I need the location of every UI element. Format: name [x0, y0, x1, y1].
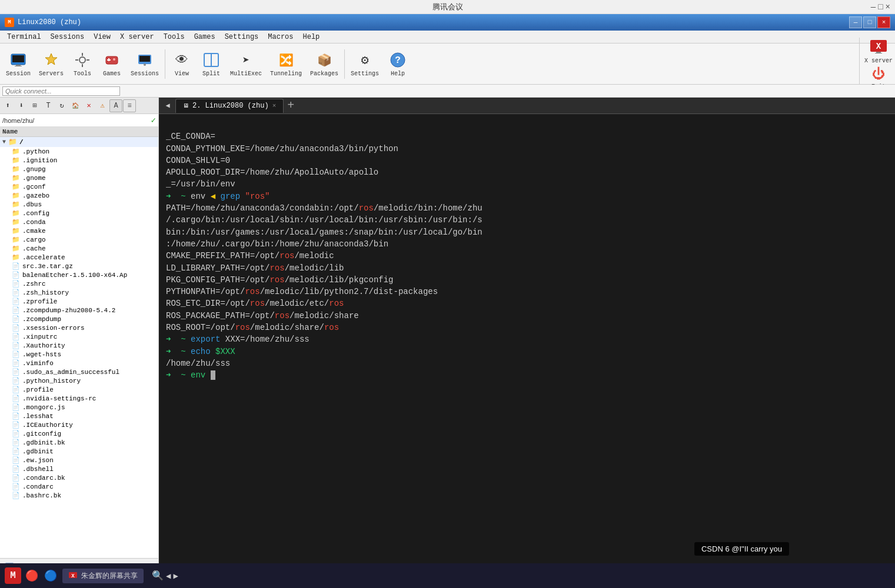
tree-item[interactable]: 📄.Xauthority	[0, 341, 158, 350]
tool-servers[interactable]: Servers	[35, 49, 67, 79]
sidebar-btn-6[interactable]: 🏠	[69, 99, 82, 112]
tool-settings[interactable]: ⚙ Settings	[347, 49, 382, 79]
tab-close-icon[interactable]: ×	[272, 102, 277, 109]
tool-split[interactable]: Split	[197, 49, 225, 79]
menu-view[interactable]: View	[89, 32, 115, 42]
tree-item[interactable]: 📄.xsession-errors	[0, 323, 158, 332]
sidebar-btn-8[interactable]: ⚠	[96, 99, 109, 112]
minimize-btn[interactable]: —	[871, 2, 876, 12]
tree-item[interactable]: 📄.zcompdump	[0, 315, 158, 323]
sidebar-btn-4[interactable]: T	[42, 99, 55, 112]
sidebar-btn-7[interactable]: ✕	[82, 99, 95, 112]
menu-help[interactable]: Help	[298, 32, 325, 42]
path-input[interactable]	[2, 117, 151, 124]
taskbar-title-item[interactable]: X 朱金辉的屏幕共享	[62, 569, 144, 583]
tree-item[interactable]: 📁.conda	[0, 218, 158, 226]
tree-item[interactable]: 📄.gdbinit.bk	[0, 438, 158, 447]
tree-item[interactable]: 📄.wget-hsts	[0, 350, 158, 359]
menu-sessions[interactable]: Sessions	[46, 32, 89, 42]
file-tree: ▼ 📁 / 📁.python📁.ignition📁.gnupg📁.gnome📁.…	[0, 137, 158, 558]
restore-icon[interactable]: □	[863, 16, 876, 28]
tree-item[interactable]: 📁.gnome	[0, 173, 158, 182]
tree-item[interactable]: 📁.ignition	[0, 156, 158, 165]
close-icon[interactable]: ×	[877, 16, 890, 28]
quick-connect-input[interactable]	[2, 86, 120, 96]
tab-prev-btn[interactable]: ◀	[161, 100, 174, 112]
file-item-name: .condarc.bk	[22, 475, 65, 482]
tree-item[interactable]: 📁.config	[0, 209, 158, 218]
tree-item[interactable]: 📄.zsh_history	[0, 288, 158, 297]
tool-sessions2[interactable]: Sessions	[127, 49, 162, 79]
sidebar-btn-5[interactable]: ↻	[55, 99, 68, 112]
tool-multiexec[interactable]: ➤ MultiExec	[227, 49, 265, 79]
tree-item[interactable]: 📄.zcompdump-zhu2080-5.4.2	[0, 306, 158, 315]
taskbar-icon-2[interactable]: 🔴	[24, 567, 40, 584]
tree-item[interactable]: 📁.cargo	[0, 235, 158, 244]
tree-item[interactable]: 📁.cmake	[0, 226, 158, 235]
terminal[interactable]: _CE_CONDA= CONDA_PYTHON_EXE=/home/zhu/an…	[159, 114, 895, 563]
tree-item[interactable]: 📄src.3e.tar.gz	[0, 262, 158, 270]
sidebar-btn-2[interactable]: ⬇	[15, 99, 28, 112]
menu-settings[interactable]: Settings	[220, 32, 264, 42]
tree-item[interactable]: 📄balenaEtcher-1.5.100-x64.Ap	[0, 270, 158, 279]
tree-item[interactable]: 📁.python	[0, 147, 158, 156]
tree-item[interactable]: 📄.ew.json	[0, 456, 158, 465]
sidebar-btn-1[interactable]: ⬆	[1, 99, 14, 112]
tool-tunneling[interactable]: 🔀 Tunneling	[267, 49, 305, 79]
tab-active[interactable]: 🖥 2. Linux2080 (zhu) ×	[175, 99, 284, 113]
tool-tools[interactable]: Tools	[68, 49, 97, 79]
tree-item[interactable]: 📁.dbus	[0, 200, 158, 209]
nav-fwd-icon[interactable]: ▶	[173, 571, 178, 581]
menu-terminal[interactable]: Terminal	[2, 32, 46, 42]
restore-btn[interactable]: □	[878, 2, 883, 12]
xserver-btn[interactable]: X X server	[864, 38, 893, 64]
sidebar-btn-3[interactable]: ⊞	[28, 99, 41, 112]
tree-item[interactable]: 📄.mongorc.js	[0, 403, 158, 412]
menu-games[interactable]: Games	[189, 32, 220, 42]
sidebar-btn-9[interactable]: A	[109, 99, 122, 112]
tree-item[interactable]: 📁.cache	[0, 244, 158, 253]
svg-rect-15	[139, 56, 150, 62]
tree-item[interactable]: 📄.ICEauthority	[0, 420, 158, 429]
tree-item[interactable]: 📁.gnupg	[0, 165, 158, 173]
close-btn[interactable]: ×	[886, 2, 890, 12]
tree-item[interactable]: 📁.gconf	[0, 182, 158, 191]
file-item-name: .xinputrc	[22, 333, 57, 340]
tree-item[interactable]: 📄.condarc	[0, 482, 158, 491]
tool-help[interactable]: ? Help	[384, 49, 412, 79]
tab-add-btn[interactable]: +	[287, 99, 294, 112]
minimize-icon[interactable]: —	[849, 16, 862, 28]
tree-item[interactable]: 📄.xinputrc	[0, 332, 158, 341]
tool-view[interactable]: 👁 View	[168, 49, 196, 79]
sidebar-btn-10[interactable]: ≡	[123, 99, 136, 112]
nav-back-icon[interactable]: ◀	[166, 571, 171, 581]
tool-session[interactable]: Session	[2, 49, 34, 79]
tree-item[interactable]: 📄.zshrc	[0, 279, 158, 288]
tree-item[interactable]: 📄.python_history	[0, 376, 158, 385]
csdn-overlay: CSDN 6 @I"II carry you	[694, 542, 789, 556]
csdn-text: CSDN 6 @I"II carry you	[701, 544, 782, 553]
tree-item[interactable]: 📄.dbshell	[0, 465, 158, 473]
tree-item[interactable]: 📄.nvidia-settings-rc	[0, 394, 158, 403]
tree-root[interactable]: ▼ 📁 /	[0, 137, 158, 147]
taskbar-icon-3[interactable]: 🔵	[42, 567, 59, 584]
tree-item[interactable]: 📄.zprofile	[0, 297, 158, 306]
tool-games[interactable]: Games	[98, 49, 126, 79]
tree-item[interactable]: 📁.gazebo	[0, 191, 158, 200]
tree-item[interactable]: 📄.sudo_as_admin_successful	[0, 368, 158, 376]
tree-item[interactable]: 📄.condarc.bk	[0, 473, 158, 482]
toolbar-sep2	[344, 49, 345, 79]
tree-item[interactable]: 📄.viminfo	[0, 359, 158, 368]
taskbar-icon-1[interactable]: M	[5, 567, 21, 584]
tree-item[interactable]: 📄.lesshat	[0, 412, 158, 420]
tree-item[interactable]: 📄.gitconfig	[0, 429, 158, 438]
menu-xserver[interactable]: X server	[115, 32, 159, 42]
tree-item[interactable]: 📄.profile	[0, 385, 158, 394]
tree-item[interactable]: 📄.gdbinit	[0, 447, 158, 456]
menu-macros[interactable]: Macros	[263, 32, 298, 42]
tool-packages[interactable]: 📦 Packages	[307, 49, 342, 79]
tree-item[interactable]: 📁.accelerate	[0, 253, 158, 262]
tree-item[interactable]: 📄.bashrc.bk	[0, 491, 158, 500]
search-icon[interactable]: 🔍	[152, 570, 164, 582]
menu-tools[interactable]: Tools	[159, 32, 189, 42]
